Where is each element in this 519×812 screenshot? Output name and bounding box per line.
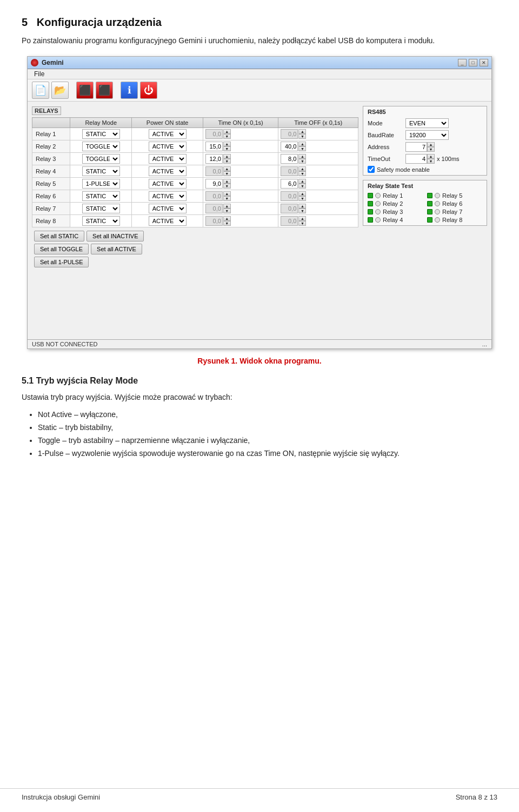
set-all-static-button[interactable]: Set all STATIC	[34, 231, 84, 241]
relay-timeoff-input-3[interactable]	[281, 154, 298, 164]
relay-timeon-up-3[interactable]: ▲	[223, 154, 231, 159]
relay-timeoff-cell-2[interactable]: ▲ ▼	[278, 140, 358, 153]
rs485-address-down[interactable]: ▼	[427, 147, 435, 152]
led-radio-6[interactable]	[375, 217, 381, 223]
relay-mode-cell-3[interactable]: TOGGLE STATIC TOGGLE 1-PULSE NOT ACTIVE	[70, 153, 131, 165]
relay-timeoff-up-5[interactable]: ▲	[298, 179, 306, 184]
rs485-timeout-input[interactable]	[405, 154, 427, 164]
rs485-address-input[interactable]	[405, 142, 427, 152]
relay-mode-cell-7[interactable]: STATIC STATIC TOGGLE 1-PULSE NOT ACTIVE	[70, 203, 131, 215]
led-green-2[interactable]	[368, 201, 373, 206]
relay-state-select-1[interactable]: ACTIVE INACTIVE	[149, 129, 187, 139]
maximize-button[interactable]: □	[469, 59, 477, 66]
relay-timeon-down-2[interactable]: ▼	[223, 146, 231, 151]
set-all-1pulse-button[interactable]: Set all 1-PULSE	[34, 257, 89, 267]
rs485-mode-select[interactable]: EVEN ODD NONE	[405, 118, 449, 128]
relay-mode-select-6[interactable]: STATIC STATIC TOGGLE 1-PULSE NOT ACTIVE	[82, 191, 120, 201]
relay-state-select-6[interactable]: ACTIVE INACTIVE	[149, 191, 187, 201]
close-button[interactable]: ✕	[480, 59, 488, 66]
relay-timeoff-input-2[interactable]	[281, 142, 298, 151]
relay-mode-select-1[interactable]: STATIC STATIC TOGGLE 1-PULSE NOT ACTIVE	[82, 129, 120, 139]
relay-state-select-5[interactable]: ACTIVE INACTIVE	[149, 179, 187, 189]
led-radio-1[interactable]	[435, 193, 440, 198]
set-all-toggle-button[interactable]: Set all TOGGLE	[34, 244, 89, 254]
relay-mode-cell-5[interactable]: 1-PULSE STATIC TOGGLE 1-PULSE NOT ACTIVE	[70, 178, 131, 190]
relay-timeoff-down-3[interactable]: ▼	[298, 159, 306, 164]
relay-timeon-input-5[interactable]	[205, 179, 223, 189]
relay-state-select-7[interactable]: ACTIVE INACTIVE	[149, 204, 187, 213]
relay-timeon-down-3[interactable]: ▼	[223, 159, 231, 164]
relay-timeoff-cell-3[interactable]: ▲ ▼	[278, 153, 358, 165]
relay-state-cell-7[interactable]: ACTIVE INACTIVE	[132, 203, 203, 215]
relay-timeoff-up-2[interactable]: ▲	[298, 142, 306, 146]
relay-timeon-cell-3[interactable]: ▲ ▼	[203, 153, 278, 165]
led-green-7[interactable]	[427, 217, 432, 223]
toolbar-power-button[interactable]: ⏻	[140, 82, 157, 99]
led-radio-0[interactable]	[375, 193, 381, 198]
set-all-inactive-button[interactable]: Set all INACTIVE	[86, 231, 144, 241]
relay-mode-select-7[interactable]: STATIC STATIC TOGGLE 1-PULSE NOT ACTIVE	[82, 204, 120, 213]
led-green-4[interactable]	[368, 209, 373, 214]
toolbar-open-button[interactable]: 📂	[51, 82, 69, 99]
relay-state-cell-5[interactable]: ACTIVE INACTIVE	[132, 178, 203, 190]
relay-state-cell-2[interactable]: ACTIVE INACTIVE	[132, 140, 203, 153]
relay-state-select-2[interactable]: ACTIVE INACTIVE	[149, 142, 187, 151]
relay-timeoff-cell-5[interactable]: ▲ ▼	[278, 178, 358, 190]
set-all-active-button[interactable]: Set all ACTIVE	[91, 244, 142, 254]
relay-state-cell-8[interactable]: ACTIVE INACTIVE	[132, 215, 203, 227]
relay-timeoff-down-2[interactable]: ▼	[298, 146, 306, 151]
relay-state-select-4[interactable]: ACTIVE INACTIVE	[149, 166, 187, 176]
led-radio-3[interactable]	[435, 201, 440, 206]
relay-mode-select-8[interactable]: STATIC STATIC TOGGLE 1-PULSE NOT ACTIVE	[82, 216, 120, 226]
relay-mode-cell-8[interactable]: STATIC STATIC TOGGLE 1-PULSE NOT ACTIVE	[70, 215, 131, 227]
relay-timeoff-input-5[interactable]	[281, 179, 298, 189]
relay-mode-select-5[interactable]: 1-PULSE STATIC TOGGLE 1-PULSE NOT ACTIVE	[82, 179, 120, 189]
relay-timeon-up-2[interactable]: ▲	[223, 142, 231, 146]
relay-state-cell-6[interactable]: ACTIVE INACTIVE	[132, 190, 203, 203]
relay-timeoff-down-5[interactable]: ▼	[298, 184, 306, 189]
relay-state-cell-1[interactable]: ACTIVE INACTIVE	[132, 128, 203, 140]
led-green-0[interactable]	[368, 193, 373, 198]
relay-timeon-up-5[interactable]: ▲	[223, 179, 231, 184]
relay-timeon-cell-2[interactable]: ▲ ▼	[203, 140, 278, 153]
toolbar-load-button[interactable]: ⬛	[96, 82, 113, 99]
relay-timeoff-up-3[interactable]: ▲	[298, 154, 306, 159]
relay-state-select-3[interactable]: ACTIVE INACTIVE	[149, 154, 187, 164]
relay-timeon-cell-5[interactable]: ▲ ▼	[203, 178, 278, 190]
led-green-3[interactable]	[427, 201, 432, 206]
rs485-timeout-up[interactable]: ▲	[427, 154, 435, 159]
led-green-6[interactable]	[368, 217, 373, 223]
led-green-1[interactable]	[427, 193, 432, 198]
relay-mode-cell-4[interactable]: STATIC STATIC TOGGLE 1-PULSE NOT ACTIVE	[70, 165, 131, 178]
minimize-button[interactable]: _	[458, 59, 467, 66]
led-green-5[interactable]	[427, 209, 432, 214]
toolbar-info-button[interactable]: ℹ	[121, 82, 138, 99]
relay-mode-select-4[interactable]: STATIC STATIC TOGGLE 1-PULSE NOT ACTIVE	[82, 166, 120, 176]
relay-timeon-down-5[interactable]: ▼	[223, 184, 231, 189]
led-radio-2[interactable]	[375, 201, 381, 206]
relay-mode-select-3[interactable]: TOGGLE STATIC TOGGLE 1-PULSE NOT ACTIVE	[82, 154, 120, 164]
led-radio-7[interactable]	[435, 217, 440, 223]
led-radio-5[interactable]	[435, 209, 440, 214]
rs485-address-up[interactable]: ▲	[427, 142, 435, 147]
relay-mode-select-2[interactable]: TOGGLE STATIC TOGGLE 1-PULSE NOT ACTIVE	[82, 142, 120, 151]
relay-mode-cell-2[interactable]: TOGGLE STATIC TOGGLE 1-PULSE NOT ACTIVE	[70, 140, 131, 153]
relay-mode-cell-6[interactable]: STATIC STATIC TOGGLE 1-PULSE NOT ACTIVE	[70, 190, 131, 203]
relay-state-cell-3[interactable]: ACTIVE INACTIVE	[132, 153, 203, 165]
relay-timeon-input-3[interactable]	[205, 154, 223, 164]
relay-mode-cell-1[interactable]: STATIC STATIC TOGGLE 1-PULSE NOT ACTIVE	[70, 128, 131, 140]
safety-mode-checkbox[interactable]	[368, 166, 375, 173]
chapter-heading-text: Konfiguracja urządzenia	[37, 16, 162, 28]
relay-state-select-8[interactable]: ACTIVE INACTIVE	[149, 216, 187, 226]
rs485-baudrate-select[interactable]: 19200 9600 38400	[405, 130, 449, 140]
menu-file[interactable]: File	[31, 70, 48, 78]
rs485-timeout-unit: x 100ms	[437, 156, 460, 162]
rs485-timeout-down[interactable]: ▼	[427, 159, 435, 164]
toolbar-new-button[interactable]: 📄	[32, 82, 49, 99]
relay-state-cell-4[interactable]: ACTIVE INACTIVE	[132, 165, 203, 178]
relay-timeon-input-2[interactable]	[205, 142, 223, 151]
led-radio-4[interactable]	[375, 209, 381, 214]
window-app-icon	[31, 59, 38, 66]
relay-timeoff-input-6	[281, 191, 298, 201]
toolbar-save-button[interactable]: ⬛	[76, 82, 94, 99]
